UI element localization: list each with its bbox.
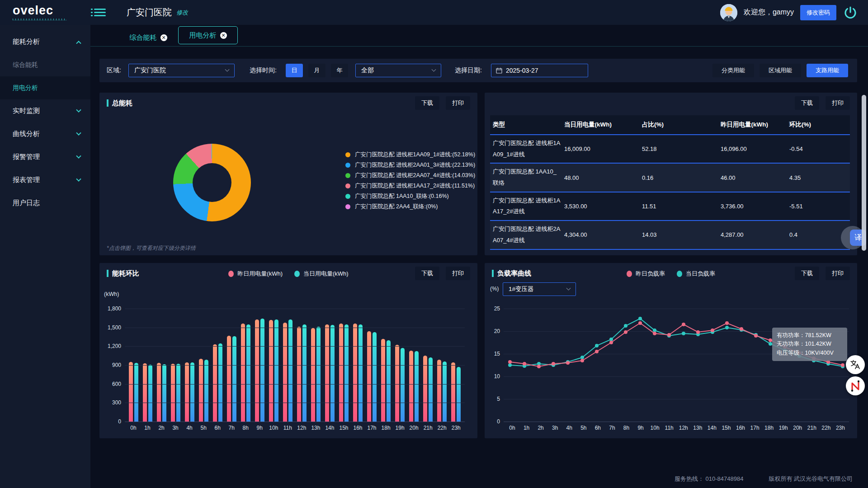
- bar-当日用电量(kWh)[interactable]: [176, 364, 180, 422]
- bar-昨日用电量(kWh)[interactable]: [339, 324, 343, 422]
- pie-legend-item[interactable]: 广安门医院总配 进线柜2AA01_3#进线:(22.13%): [345, 160, 475, 170]
- bar-当日用电量(kWh)[interactable]: [429, 357, 433, 422]
- data-point[interactable]: [754, 334, 758, 338]
- sidebar-item-实时监测[interactable]: 实时监测: [0, 99, 90, 122]
- bar-当日用电量(kWh)[interactable]: [274, 319, 278, 422]
- data-point[interactable]: [580, 359, 584, 362]
- bar-昨日用电量(kWh)[interactable]: [381, 339, 385, 422]
- bar-当日用电量(kWh)[interactable]: [316, 327, 321, 422]
- print-button[interactable]: 打印: [826, 267, 850, 280]
- energy-donut-chart[interactable]: [173, 144, 251, 221]
- bar-当日用电量(kWh)[interactable]: [401, 348, 405, 422]
- tab-close-icon[interactable]: ✕: [220, 32, 227, 39]
- extension-n-button[interactable]: [846, 376, 865, 395]
- date-picker[interactable]: 2025-03-27: [491, 64, 588, 77]
- data-point[interactable]: [682, 332, 685, 335]
- bar-昨日用电量(kWh)[interactable]: [171, 364, 175, 422]
- data-point[interactable]: [725, 321, 729, 325]
- data-point[interactable]: [725, 326, 729, 329]
- tab-综合能耗[interactable]: 综合能耗✕: [118, 29, 178, 46]
- bar-昨日用电量(kWh)[interactable]: [157, 363, 161, 422]
- legend-item[interactable]: 当日用电量(kWh): [294, 270, 349, 278]
- data-point[interactable]: [841, 363, 844, 367]
- bar-昨日用电量(kWh)[interactable]: [185, 362, 189, 422]
- data-point[interactable]: [653, 332, 656, 335]
- bar-昨日用电量(kWh)[interactable]: [241, 324, 245, 422]
- translate-extension-button[interactable]: [846, 355, 865, 374]
- bar-昨日用电量(kWh)[interactable]: [129, 362, 133, 422]
- pie-legend-item[interactable]: 广安门医院总配 进线柜1AA17_2#进线:(11.51%): [345, 181, 475, 191]
- sidebar-item-综合能耗[interactable]: 综合能耗: [0, 53, 90, 76]
- bar-当日用电量(kWh)[interactable]: [302, 324, 307, 422]
- bar-昨日用电量(kWh)[interactable]: [395, 345, 399, 422]
- bar-当日用电量(kWh)[interactable]: [232, 336, 236, 422]
- print-button[interactable]: 打印: [826, 96, 850, 110]
- bar-昨日用电量(kWh)[interactable]: [255, 319, 259, 422]
- bar-当日用电量(kWh)[interactable]: [162, 364, 166, 422]
- sidebar-item-报表管理[interactable]: 报表管理: [0, 169, 90, 192]
- download-button[interactable]: 下载: [795, 267, 819, 280]
- print-button[interactable]: 打印: [446, 267, 470, 280]
- data-point[interactable]: [595, 344, 599, 347]
- line-chart-svg[interactable]: [504, 309, 849, 422]
- data-point[interactable]: [740, 327, 743, 331]
- data-point[interactable]: [638, 317, 642, 320]
- bar-昨日用电量(kWh)[interactable]: [325, 324, 329, 422]
- bar-当日用电量(kWh)[interactable]: [330, 325, 335, 422]
- pie-legend-item[interactable]: 广安门医院总配 2AA4_联络:(0%): [345, 202, 475, 212]
- download-button[interactable]: 下载: [795, 96, 819, 110]
- bar-昨日用电量(kWh)[interactable]: [143, 363, 147, 422]
- bar-昨日用电量(kWh)[interactable]: [409, 351, 413, 422]
- data-point[interactable]: [711, 328, 714, 332]
- mode-button-区域用能[interactable]: 区域用能: [760, 64, 801, 77]
- data-point[interactable]: [523, 362, 526, 366]
- sidebar-item-曲线分析[interactable]: 曲线分析: [0, 122, 90, 145]
- bar-当日用电量(kWh)[interactable]: [387, 340, 391, 422]
- data-point[interactable]: [508, 360, 512, 364]
- bar-昨日用电量(kWh)[interactable]: [213, 344, 217, 422]
- scope-select[interactable]: 全部: [355, 64, 441, 77]
- legend-item[interactable]: 昨日用电量(kWh): [228, 270, 283, 278]
- pie-legend-item[interactable]: 广安门医院总配 进线柜1AA09_1#进线:(52.18%): [345, 150, 475, 160]
- bar-昨日用电量(kWh)[interactable]: [367, 331, 371, 422]
- sidebar-item-报警管理[interactable]: 报警管理: [0, 145, 90, 169]
- sidebar-item-用电分析[interactable]: 用电分析: [0, 76, 90, 99]
- download-button[interactable]: 下载: [415, 96, 439, 110]
- data-point[interactable]: [609, 338, 613, 341]
- data-point[interactable]: [638, 321, 642, 325]
- data-point[interactable]: [653, 328, 656, 332]
- sidebar-item-用户日志[interactable]: 用户日志: [0, 192, 90, 215]
- bar-当日用电量(kWh)[interactable]: [344, 324, 349, 422]
- bar-当日用电量(kWh)[interactable]: [260, 319, 264, 422]
- page-scrollbar-thumb[interactable]: [862, 95, 866, 251]
- data-point[interactable]: [624, 324, 627, 328]
- bar-昨日用电量(kWh)[interactable]: [311, 328, 315, 422]
- mode-button-支路用能[interactable]: 支路用能: [807, 64, 848, 77]
- bar-昨日用电量(kWh)[interactable]: [227, 336, 231, 422]
- bar-当日用电量(kWh)[interactable]: [288, 319, 292, 422]
- data-point[interactable]: [609, 341, 613, 344]
- bar-当日用电量(kWh)[interactable]: [359, 324, 363, 422]
- bar-当日用电量(kWh)[interactable]: [246, 324, 250, 422]
- print-button[interactable]: 打印: [446, 96, 470, 110]
- edit-title-link[interactable]: 修改: [176, 9, 188, 17]
- bar-昨日用电量(kWh)[interactable]: [269, 320, 273, 422]
- bar-当日用电量(kWh)[interactable]: [190, 362, 194, 422]
- legend-item[interactable]: 当日负载率: [677, 270, 715, 278]
- download-button[interactable]: 下载: [415, 267, 439, 280]
- data-point[interactable]: [667, 333, 671, 337]
- bar-当日用电量(kWh)[interactable]: [218, 343, 222, 422]
- data-point[interactable]: [682, 323, 685, 326]
- bar-当日用电量(kWh)[interactable]: [373, 332, 377, 422]
- bar-昨日用电量(kWh)[interactable]: [437, 360, 441, 422]
- avatar[interactable]: [720, 4, 737, 21]
- data-point[interactable]: [552, 362, 555, 366]
- region-select[interactable]: 广安门医院: [128, 64, 235, 77]
- data-point[interactable]: [769, 342, 772, 346]
- bar-昨日用电量(kWh)[interactable]: [199, 359, 203, 422]
- data-point[interactable]: [580, 356, 584, 359]
- bar-当日用电量(kWh)[interactable]: [415, 351, 419, 422]
- bar-当日用电量(kWh)[interactable]: [134, 363, 138, 422]
- bar-昨日用电量(kWh)[interactable]: [451, 362, 455, 422]
- data-point[interactable]: [537, 365, 541, 368]
